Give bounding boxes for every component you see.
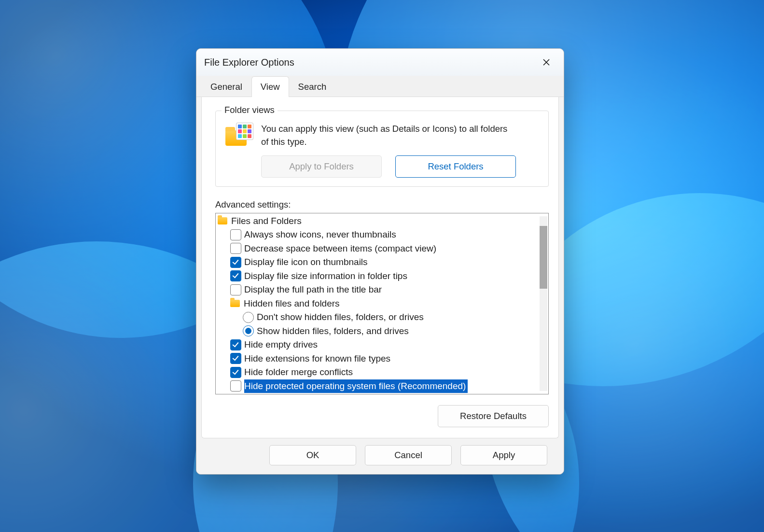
option-compact-view[interactable]: Decrease space between items (compact vi… [218,242,539,256]
radio-icon[interactable] [243,325,254,336]
tab-general[interactable]: General [201,76,251,97]
checkbox-icon[interactable] [230,270,241,281]
advanced-settings-tree[interactable]: Files and Folders Always show icons, nev… [215,213,549,394]
option-always-show-icons[interactable]: Always show icons, never thumbnails [218,228,539,242]
advanced-settings-label: Advanced settings: [215,199,549,210]
apply-button[interactable]: Apply [460,445,547,465]
window-title: File Explorer Options [204,57,294,68]
tree-group-label: Files and Folders [231,214,302,228]
view-panel: Folder views You can apply this view (su… [201,97,559,438]
folder-views-icon [225,124,252,146]
dialog-footer: OK Cancel Apply [204,438,556,465]
option-label: Don't show hidden files, folders, or dri… [257,310,424,324]
option-hide-folder-merge-conflicts[interactable]: Hide folder merge conflicts [218,365,539,379]
reset-folders-button[interactable]: Reset Folders [395,155,516,178]
option-label: Hide empty drives [244,338,318,352]
option-hide-empty-drives[interactable]: Hide empty drives [218,338,539,352]
folder-icon [218,217,227,224]
option-label: Show hidden files, folders, and drives [257,324,409,338]
option-display-file-icon-on-thumbnails[interactable]: Display file icon on thumbnails [218,255,539,269]
folder-icon [230,300,240,307]
option-show-hidden[interactable]: Show hidden files, folders, and drives [218,324,539,338]
close-button[interactable] [533,54,560,71]
option-hide-protected-os-files[interactable]: Hide protected operating system files (R… [218,379,539,393]
tab-view[interactable]: View [251,76,289,97]
option-label: Display file icon on thumbnails [244,255,368,269]
scrollbar[interactable] [540,216,547,391]
ok-button[interactable]: OK [269,445,356,465]
close-icon [542,58,550,66]
option-hide-extensions[interactable]: Hide extensions for known file types [218,352,539,366]
checkbox-icon[interactable] [230,257,241,268]
checkbox-icon[interactable] [230,353,241,364]
checkbox-icon[interactable] [230,339,241,350]
option-label: Display the full path in the title bar [244,283,382,297]
checkbox-icon[interactable] [230,380,241,392]
option-label: Hide folder merge conflicts [244,365,353,379]
tab-strip: General View Search [196,76,564,97]
option-label: Display file size information in folder … [244,269,407,283]
scrollbar-thumb[interactable] [540,226,547,289]
tree-group-files-and-folders: Files and Folders [218,214,539,228]
option-label: Always show icons, never thumbnails [244,228,396,242]
option-display-file-size-in-folder-tips[interactable]: Display file size information in folder … [218,269,539,283]
tree-group-label: Hidden files and folders [244,297,340,311]
folder-views-legend: Folder views [222,105,278,115]
restore-defaults-button[interactable]: Restore Defaults [438,405,549,427]
checkbox-icon[interactable] [230,243,241,254]
radio-icon[interactable] [243,312,254,323]
option-label: Hide protected operating system files (R… [244,379,468,393]
cancel-button[interactable]: Cancel [365,445,452,465]
tree-group-hidden-files: Hidden files and folders [218,297,539,311]
apply-to-folders-button[interactable]: Apply to Folders [261,155,382,178]
folder-views-group: Folder views You can apply this view (su… [215,111,549,187]
file-explorer-options-dialog: File Explorer Options General View Searc… [196,48,564,475]
checkbox-icon[interactable] [230,284,241,295]
folder-views-description: You can apply this view (such as Details… [261,123,512,149]
option-dont-show-hidden[interactable]: Don't show hidden files, folders, or dri… [218,310,539,324]
option-label: Hide extensions for known file types [244,352,390,366]
checkbox-icon[interactable] [230,367,241,378]
tab-search[interactable]: Search [289,76,336,97]
titlebar[interactable]: File Explorer Options [196,49,564,76]
checkbox-icon[interactable] [230,229,241,240]
option-label: Decrease space between items (compact vi… [244,242,436,256]
option-display-full-path-in-title-bar[interactable]: Display the full path in the title bar [218,283,539,297]
